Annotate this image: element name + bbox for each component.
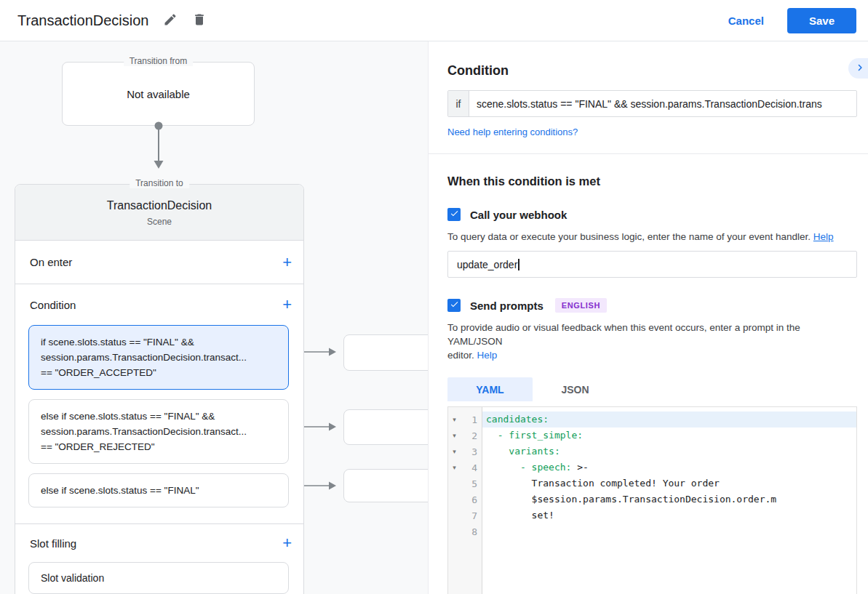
scene-name: TransactionDecision — [15, 199, 303, 212]
prompts-help-link[interactable]: Help — [477, 350, 498, 361]
call-webhook-row: Call your webhook — [447, 208, 857, 221]
code-line: set! — [482, 507, 856, 523]
tab-yaml[interactable]: YAML — [447, 377, 533, 401]
condition-item-final[interactable]: else if scene.slots.status == "FINAL" — [28, 473, 289, 507]
transition-from-value: Not available — [127, 88, 190, 100]
transition-target-box-2[interactable] — [343, 409, 429, 445]
save-button[interactable]: Save — [787, 8, 856, 33]
tab-json[interactable]: JSON — [533, 377, 618, 401]
condition-item-accepted[interactable]: if scene.slots.status == "FINAL" && sess… — [28, 325, 289, 390]
transition-to-label: Transition to — [130, 178, 189, 188]
when-condition-met-title: When this condition is met — [447, 174, 857, 188]
transition-to-node: Transition to TransactionDecision Scene … — [15, 184, 304, 594]
code-line: - speech: >- — [482, 459, 856, 475]
call-webhook-label: Call your webhook — [470, 209, 567, 221]
condition-section: Condition + if scene.slots.status == "FI… — [15, 284, 303, 524]
panel-title: Condition — [447, 63, 857, 79]
text-caret — [518, 259, 519, 270]
transition-from-label: Transition from — [124, 56, 194, 66]
code-line: Transaction completed! Your order — [482, 475, 856, 491]
fold-icon[interactable]: ▾ — [448, 464, 461, 471]
prompt-code-editor[interactable]: ▾1 ▾2 ▾3 ▾4 5 6 7 8 candidates: - first_… — [447, 406, 857, 594]
code-line: variants: — [482, 444, 856, 459]
scene-diagram-canvas: Transition from Not available Transition… — [0, 41, 429, 594]
fold-icon[interactable]: ▾ — [448, 432, 461, 439]
code-line — [482, 523, 856, 539]
condition-item-rejected[interactable]: else if scene.slots.status == "FINAL" &&… — [28, 399, 289, 464]
condition-expression-field: if scene.slots.status == "FINAL" && sess… — [447, 90, 857, 117]
editor-format-tabs: YAML JSON — [447, 377, 857, 401]
editor-code-area[interactable]: candidates: - first_simple: variants: - … — [482, 407, 856, 594]
on-enter-section[interactable]: On enter + — [15, 241, 303, 284]
slot-filling-title: Slot filling — [30, 537, 76, 550]
on-enter-title: On enter — [30, 256, 72, 268]
condition-section-title: Condition — [30, 299, 76, 311]
top-bar: TransactionDecision Cancel Save — [0, 0, 868, 41]
fold-icon[interactable]: ▾ — [448, 448, 461, 455]
send-prompts-label: Send prompts — [470, 300, 544, 312]
send-prompts-row: Send prompts ENGLISH — [447, 298, 857, 313]
cancel-button[interactable]: Cancel — [715, 9, 777, 33]
if-prefix-label: if — [448, 91, 469, 116]
webhook-handler-input[interactable]: update_order — [447, 251, 857, 278]
send-prompts-checkbox[interactable] — [447, 299, 461, 312]
prompts-description: To provide audio or visual feedback when… — [447, 321, 857, 362]
code-line: candidates: — [482, 412, 856, 428]
scene-kind: Scene — [15, 217, 303, 227]
delete-scene-button[interactable] — [186, 7, 212, 33]
chevron-right-icon — [853, 61, 867, 76]
editor-gutter: ▾1 ▾2 ▾3 ▾4 5 6 7 8 — [448, 407, 482, 594]
code-line: - first_simple: — [482, 428, 856, 444]
slot-validation-item[interactable]: Slot validation — [28, 562, 289, 594]
transition-from-node: Transition from Not available — [62, 62, 255, 126]
checkmark-icon — [450, 299, 459, 312]
webhook-description: To query data or execute your business l… — [447, 230, 857, 244]
fold-icon[interactable]: ▾ — [448, 416, 461, 423]
scene-card-header[interactable]: TransactionDecision Scene — [15, 185, 303, 241]
condition-expression-input[interactable]: scene.slots.status == "FINAL" && session… — [469, 91, 856, 116]
trash-icon — [192, 12, 207, 29]
slot-filling-section: Slot filling + Slot validation — [15, 524, 303, 594]
add-on-enter-icon[interactable]: + — [282, 254, 292, 270]
checkmark-icon — [450, 208, 459, 221]
condition-edit-panel: Condition if scene.slots.status == "FINA… — [429, 41, 868, 594]
add-condition-icon[interactable]: + — [282, 297, 292, 313]
webhook-help-link[interactable]: Help — [813, 231, 834, 242]
page-title: TransactionDecision — [17, 12, 148, 29]
pencil-icon — [163, 12, 178, 29]
call-webhook-checkbox[interactable] — [447, 208, 461, 221]
collapse-panel-button[interactable] — [848, 58, 868, 79]
language-badge: ENGLISH — [555, 298, 607, 313]
add-slot-icon[interactable]: + — [282, 535, 292, 551]
transition-target-box-3[interactable] — [343, 469, 429, 502]
code-line: $session.params.TransactionDecision.orde… — [482, 491, 856, 507]
panel-divider — [429, 153, 868, 154]
transition-target-box-1[interactable] — [343, 334, 429, 371]
edit-title-button[interactable] — [157, 7, 183, 33]
conditions-help-link[interactable]: Need help entering conditions? — [447, 127, 578, 137]
